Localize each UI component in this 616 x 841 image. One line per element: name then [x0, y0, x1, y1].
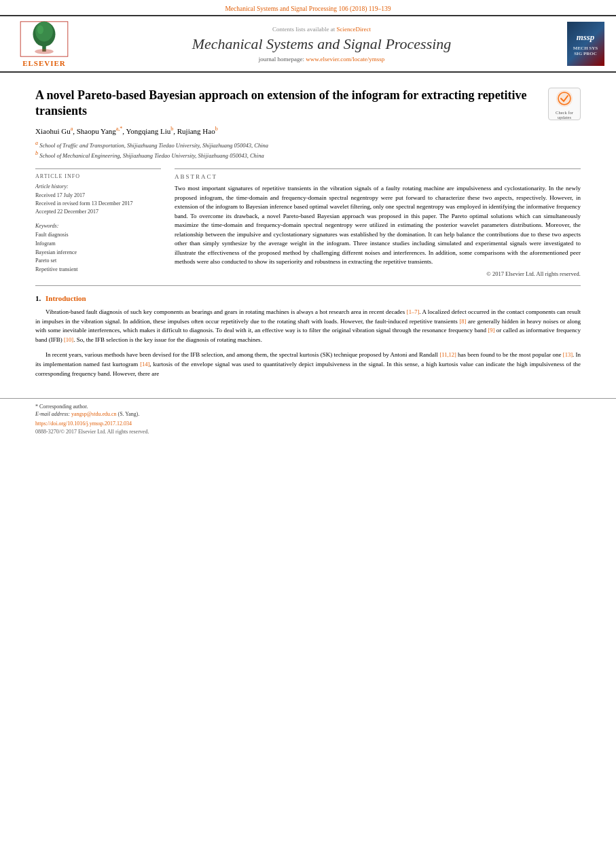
- date-received: Received 17 July 2017: [35, 192, 161, 200]
- cite-13[interactable]: [13]: [563, 351, 573, 358]
- elsevier-logo: ELSEVIER: [17, 20, 71, 67]
- date-accepted: Accepted 22 December 2017: [35, 208, 161, 216]
- cite-1-7[interactable]: [1–7]: [407, 308, 419, 315]
- keyword-3: Bayesian inference: [35, 249, 161, 257]
- affiliation-a: a School of Traffic and Transportation, …: [35, 139, 581, 150]
- intro-paragraph-2: In recent years, various methods have be…: [35, 351, 581, 379]
- abstract-copyright: © 2017 Elsevier Ltd. All rights reserved…: [175, 270, 581, 277]
- keyword-1: Fault diagnosis: [35, 231, 161, 240]
- journal-top-link: Mechanical Systems and Signal Processing…: [0, 0, 616, 15]
- cite-10[interactable]: [10]: [64, 336, 73, 343]
- keyword-2: Infogram: [35, 240, 161, 249]
- email-note: E-mail address: yangsp@stdu.edu.cn (S. Y…: [35, 410, 581, 418]
- affiliation-b: b School of Mechanical Engineering, Shij…: [35, 149, 581, 160]
- article-info-box: ARTICLE INFO Article history: Received 1…: [35, 168, 161, 274]
- cite-9[interactable]: [9]: [488, 327, 494, 334]
- date-revised: Received in revised form 13 December 201…: [35, 200, 161, 208]
- paper-title: A novel Pareto-based Bayesian approach o…: [35, 88, 540, 120]
- abstract-title: ABSTRACT: [175, 173, 581, 180]
- corresponding-author-note: * Corresponding author.: [35, 403, 581, 410]
- keywords-section: Keywords: Fault diagnosis Infogram Bayes…: [35, 223, 161, 274]
- journal-homepage: journal homepage: www.elsevier.com/locat…: [259, 56, 384, 62]
- cite-14[interactable]: [14]: [140, 361, 149, 368]
- authors-line: Xiaohui Gua, Shaopu Yanga,*, Yongqiang L…: [35, 126, 581, 135]
- email-link[interactable]: yangsp@stdu.edu.cn: [71, 411, 116, 417]
- author-3: Yongqiang Liu: [126, 127, 170, 135]
- elsevier-wordmark: ELSEVIER: [22, 59, 66, 67]
- mssp-badge: mssp MECH SYSSIG PROC: [567, 22, 604, 66]
- mssp-label: mssp: [577, 32, 595, 43]
- svg-point-6: [35, 49, 54, 54]
- author-1: Xiaohui Gu: [35, 127, 71, 135]
- check-updates-badge: Check forupdates: [548, 88, 581, 120]
- svg-point-5: [37, 25, 43, 34]
- elsevier-logo-area: ELSEVIER: [7, 20, 81, 67]
- article-info-title: ARTICLE INFO: [35, 173, 161, 179]
- abstract-text: Two most important signatures of repetit…: [175, 184, 581, 267]
- keywords-title: Keywords:: [35, 223, 161, 229]
- author-2: Shaopu Yang: [77, 127, 116, 135]
- section-divider: [35, 285, 581, 286]
- header-banner: ELSEVIER Contents lists available at Sci…: [0, 15, 616, 73]
- mssp-badge-area: mssp MECH SYSSIG PROC: [562, 22, 609, 66]
- footer-copyright: 0888-3270/© 2017 Elsevier Ltd. All right…: [35, 429, 581, 435]
- doi-link[interactable]: https://doi.org/10.1016/j.ymssp.2017.12.…: [35, 420, 132, 427]
- cite-8[interactable]: [8]: [460, 318, 467, 325]
- keyword-5: Repetitive transient: [35, 266, 161, 274]
- article-info-col: ARTICLE INFO Article history: Received 1…: [35, 168, 161, 277]
- header-main: Contents lists available at ScienceDirec…: [81, 23, 562, 65]
- cite-11-12[interactable]: [11,12]: [439, 351, 456, 358]
- affiliations: a School of Traffic and Transportation, …: [35, 139, 581, 160]
- page-container: Mechanical Systems and Signal Processing…: [0, 0, 616, 841]
- author-4: Rujiang Hao: [177, 127, 215, 135]
- article-history-title: Article history:: [35, 183, 161, 190]
- abstract-col: ABSTRACT Two most important signatures o…: [175, 168, 581, 277]
- footer-area: * Corresponding author. E-mail address: …: [0, 398, 616, 438]
- check-updates-icon: [555, 89, 574, 108]
- journal-title: Mechanical Systems and Signal Processing: [192, 35, 452, 53]
- elsevier-tree-icon: [17, 20, 71, 58]
- footer-doi: https://doi.org/10.1016/j.ymssp.2017.12.…: [35, 420, 581, 427]
- paper-title-section: A novel Pareto-based Bayesian approach o…: [35, 88, 581, 120]
- sciencedirect-text: Contents lists available at ScienceDirec…: [272, 26, 371, 33]
- content-area: A novel Pareto-based Bayesian approach o…: [0, 73, 616, 391]
- intro-section-title: 1. Introduction: [35, 294, 581, 302]
- keyword-4: Pareto set: [35, 257, 161, 266]
- abstract-box: ABSTRACT Two most important signatures o…: [175, 168, 581, 277]
- two-col-layout: ARTICLE INFO Article history: Received 1…: [35, 168, 581, 277]
- intro-paragraph-1: Vibration-based fault diagnosis of such …: [35, 308, 581, 346]
